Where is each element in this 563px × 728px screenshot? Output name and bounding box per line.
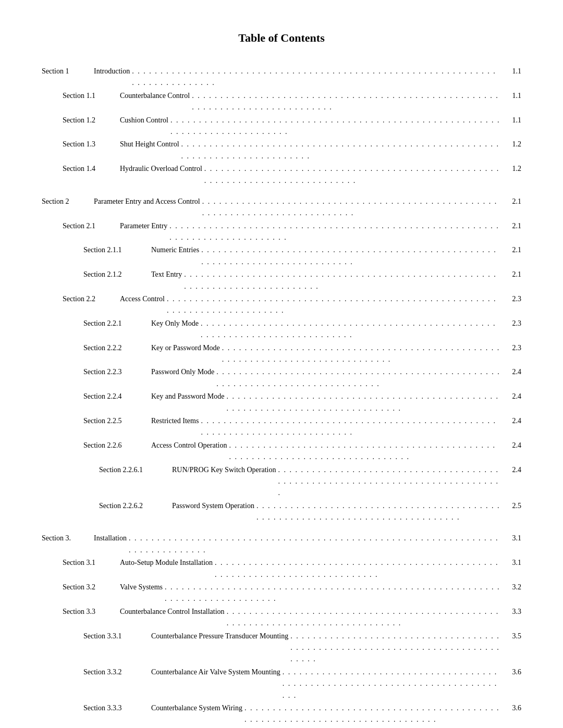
toc-entry-title: Counterbalance Pressure Transducer Mount…: [151, 631, 288, 642]
toc-dots: . . . . . . . . . . . . . . . . . . . . …: [215, 557, 501, 581]
toc-section-num: Section 1: [42, 66, 94, 77]
toc-section-num: Section 2.1.1: [83, 244, 151, 256]
toc-entry-title: Counterbalance Air Valve System Mounting: [151, 667, 280, 678]
toc-entry-title: Password Only Mode: [151, 366, 214, 378]
toc-entry: Section 1.1Counterbalance Control . . . …: [42, 90, 521, 114]
toc-dots: . . . . . . . . . . . . . . . . . . . . …: [201, 415, 501, 439]
toc-section-num: Section 2.2.6: [83, 440, 151, 451]
toc-entry-title: Key or Password Mode: [151, 342, 220, 354]
toc-section-num: Section 2.2.2: [83, 342, 151, 354]
toc-section-num: Section 3.3.3: [83, 702, 151, 714]
toc-entry: Section 1.4Hydraulic Overload Control . …: [42, 163, 521, 187]
toc-entry-title: Key and Password Mode: [151, 391, 224, 402]
toc-page-num: 2.4: [503, 366, 521, 378]
toc-page-num: 1.1: [503, 90, 521, 102]
toc-entry-title: Introduction: [94, 66, 130, 77]
toc-entry-title: Auto-Setup Module Installation: [120, 557, 213, 569]
toc-entry-title: Numeric Entries: [151, 244, 199, 256]
toc-page-num: 2.3: [503, 293, 521, 305]
toc-entry: Section 3.1Auto-Setup Module Installatio…: [42, 557, 521, 581]
toc-dots: . . . . . . . . . . . . . . . . . . . . …: [229, 440, 501, 463]
toc-section-num: Section 2.2.4: [83, 391, 151, 402]
toc-page-num: 2.4: [503, 415, 521, 427]
toc-entry-title: Parameter Entry and Access Control: [94, 196, 200, 207]
toc-section-num: Section 2.1.2: [83, 269, 151, 280]
toc-section-num: Section 2.2.6.2: [99, 500, 172, 512]
toc-entry: Section 2.1.1Numeric Entries . . . . . .…: [42, 244, 521, 268]
toc-entry: Section 2.2.4Key and Password Mode . . .…: [42, 391, 521, 414]
toc-entry: Section 2.2.6.2Password System Operation…: [42, 500, 521, 524]
toc-section-num: Section 3.3.1: [83, 631, 151, 642]
toc-page-num: 1.1: [503, 66, 521, 77]
toc-dots: . . . . . . . . . . . . . . . . . . . . …: [256, 500, 501, 524]
toc-entry: Section 2Parameter Entry and Access Cont…: [42, 196, 521, 219]
toc-dots: . . . . . . . . . . . . . . . . . . . . …: [129, 533, 501, 556]
toc-page-num: 2.4: [503, 464, 521, 476]
toc-entry: Section 1.3Shut Height Control . . . . .…: [42, 139, 521, 162]
toc-entry-title: Password System Operation: [172, 500, 254, 512]
toc-dots: . . . . . . . . . . . . . . . . . . . . …: [201, 244, 501, 268]
toc-dots: . . . . . . . . . . . . . . . . . . . . …: [202, 196, 501, 219]
toc-page-num: 3.5: [503, 631, 521, 642]
toc-entry: Section 3.3.3Counterbalance System Wirin…: [42, 702, 521, 726]
toc-section-num: Section 3.1: [63, 557, 120, 569]
toc-dots: . . . . . . . . . . . . . . . . . . . . …: [204, 163, 501, 187]
toc-entry: Section 1Introduction . . . . . . . . . …: [42, 66, 521, 89]
toc-dots: . . . . . . . . . . . . . . . . . . . . …: [170, 115, 501, 138]
toc-dots: . . . . . . . . . . . . . . . . . . . . …: [132, 66, 501, 89]
toc-entry-title: Access Control: [120, 293, 165, 305]
toc-section-num: Section 2.2: [63, 293, 120, 305]
toc-entry: Section 3.3.1Counterbalance Pressure Tra…: [42, 631, 521, 665]
toc-page-num: 3.3: [503, 606, 521, 618]
toc-section-num: Section 1.1: [63, 90, 120, 102]
toc-entry: Section 3.3Counterbalance Control Instal…: [42, 606, 521, 630]
toc-section-num: Section 2.1: [63, 220, 120, 232]
toc-entry-title: Cushion Control: [120, 115, 168, 126]
toc-entry-title: RUN/PROG Key Switch Operation: [172, 464, 276, 476]
toc-page-num: 1.2: [503, 139, 521, 150]
toc-page-num: 3.1: [503, 557, 521, 569]
toc-entry: Section 2.1.2Text Entry . . . . . . . . …: [42, 269, 521, 292]
toc-entry-title: Access Control Operation: [151, 440, 227, 451]
toc-page-num: 3.1: [503, 533, 521, 544]
toc-page-num: 2.1: [503, 220, 521, 232]
toc-section-num: Section 3.: [42, 533, 94, 544]
toc-entry: Section 3.2Valve Systems . . . . . . . .…: [42, 582, 521, 605]
toc-page-num: 3.2: [503, 582, 521, 593]
toc-section-num: Section 2.2.6.1: [99, 464, 172, 476]
toc-section-num: Section 2.2.1: [83, 318, 151, 329]
toc-entry-title: Restricted Items: [151, 415, 199, 427]
toc-dots: . . . . . . . . . . . . . . . . . . . . …: [165, 582, 501, 605]
toc-dots: . . . . . . . . . . . . . . . . . . . . …: [278, 464, 501, 499]
toc-dots: . . . . . . . . . . . . . . . . . . . . …: [216, 366, 501, 390]
toc-entry: Section 2.2.3Password Only Mode . . . . …: [42, 366, 521, 390]
toc-entry-title: Counterbalance Control Installation: [120, 606, 225, 618]
toc-entry: Section 2.2.5Restricted Items . . . . . …: [42, 415, 521, 439]
toc-page-num: 2.3: [503, 318, 521, 329]
toc-section-num: Section 2.2.5: [83, 415, 151, 427]
toc-entry-title: Counterbalance Control: [120, 90, 190, 102]
toc-section-num: Section 2: [42, 196, 94, 207]
toc-entry: Section 3.Installation . . . . . . . . .…: [42, 533, 521, 556]
toc-page-num: 2.4: [503, 391, 521, 402]
toc-entry: Section 2.2.2Key or Password Mode . . . …: [42, 342, 521, 366]
toc-section-num: Section 3.3: [63, 606, 120, 618]
toc-entry-title: Shut Height Control: [120, 139, 179, 150]
toc-entry: Section 2.1Parameter Entry . . . . . . .…: [42, 220, 521, 244]
toc-entry: Section 2.2.6Access Control Operation . …: [42, 440, 521, 463]
toc-page-num: 1.2: [503, 163, 521, 175]
toc-dots: . . . . . . . . . . . . . . . . . . . . …: [226, 391, 501, 414]
toc-dots: . . . . . . . . . . . . . . . . . . . . …: [184, 269, 501, 292]
toc-dots: . . . . . . . . . . . . . . . . . . . . …: [201, 318, 501, 341]
toc-dots: . . . . . . . . . . . . . . . . . . . . …: [227, 606, 501, 630]
toc-page-num: 3.6: [503, 702, 521, 714]
toc-entry-title: Key Only Mode: [151, 318, 199, 329]
toc-section-num: Section 2.2.3: [83, 366, 151, 378]
toc-entry-title: Installation: [94, 533, 127, 544]
toc-page-num: 2.4: [503, 440, 521, 451]
toc-page-num: 2.1: [503, 244, 521, 256]
toc-dots: . . . . . . . . . . . . . . . . . . . . …: [244, 702, 501, 726]
toc-section-num: Section 3.3.2: [83, 667, 151, 678]
toc-dots: . . . . . . . . . . . . . . . . . . . . …: [169, 220, 501, 244]
page: Table of Contents Section 1Introduction …: [0, 0, 563, 728]
